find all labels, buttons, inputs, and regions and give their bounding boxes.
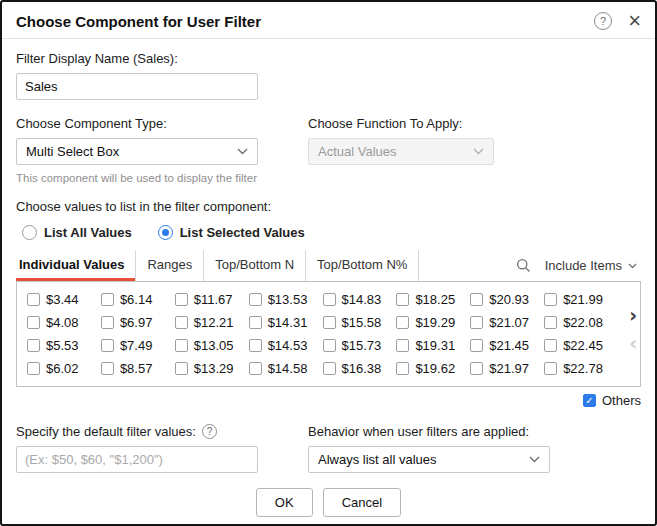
value-item[interactable]: $22.08	[544, 311, 618, 334]
value-checkbox[interactable]	[470, 316, 483, 329]
value-checkbox[interactable]	[101, 316, 114, 329]
value-item[interactable]: $14.58	[249, 357, 323, 380]
value-checkbox[interactable]	[470, 293, 483, 306]
value-checkbox[interactable]	[323, 293, 336, 306]
value-checkbox[interactable]	[544, 339, 557, 352]
value-item[interactable]: $16.38	[323, 357, 397, 380]
value-item[interactable]: $11.67	[175, 288, 249, 311]
value-item[interactable]: $21.97	[470, 357, 544, 380]
tab-top-bottom-n[interactable]: Top/Bottom N	[204, 250, 306, 281]
choose-component-dialog: Choose Component for User Filter ? × Fil…	[0, 0, 657, 526]
value-item[interactable]: $6.14	[101, 288, 175, 311]
value-checkbox[interactable]	[323, 362, 336, 375]
value-checkbox[interactable]	[470, 362, 483, 375]
include-items-dropdown[interactable]: Include Items	[545, 258, 637, 273]
radio-selected-icon[interactable]	[158, 225, 173, 240]
type-function-row: Choose Component Type: Multi Select Box …	[16, 116, 641, 184]
component-type-select[interactable]: Multi Select Box	[16, 138, 258, 165]
tab-individual-values[interactable]: Individual Values	[16, 250, 136, 281]
value-item[interactable]: $4.08	[27, 311, 101, 334]
value-item[interactable]: $15.73	[323, 334, 397, 357]
tab-top-bottom-n-[interactable]: Top/Bottom N%	[306, 250, 419, 281]
value-checkbox[interactable]	[544, 316, 557, 329]
help-icon[interactable]: ?	[202, 424, 217, 439]
value-checkbox[interactable]	[323, 316, 336, 329]
value-checkbox[interactable]	[27, 293, 40, 306]
cancel-button[interactable]: Cancel	[323, 488, 401, 517]
value-item[interactable]: $22.45	[544, 334, 618, 357]
value-item[interactable]: $19.31	[396, 334, 470, 357]
value-label: $6.02	[46, 361, 79, 376]
value-label: $12.21	[194, 315, 234, 330]
display-name-input[interactable]	[16, 73, 258, 100]
component-type-field: Choose Component Type: Multi Select Box …	[16, 116, 308, 184]
value-item[interactable]: $20.93	[470, 288, 544, 311]
value-checkbox[interactable]	[101, 339, 114, 352]
value-item[interactable]: $6.02	[27, 357, 101, 380]
value-checkbox[interactable]	[396, 339, 409, 352]
value-item[interactable]: $6.97	[101, 311, 175, 334]
value-checkbox[interactable]	[27, 362, 40, 375]
value-item[interactable]: $3.44	[27, 288, 101, 311]
value-checkbox[interactable]	[27, 316, 40, 329]
value-item[interactable]: $5.53	[27, 334, 101, 357]
value-checkbox[interactable]	[27, 339, 40, 352]
value-checkbox[interactable]	[101, 362, 114, 375]
radio-group: List All ValuesList Selected Values	[22, 225, 641, 240]
value-item[interactable]: $18.25	[396, 288, 470, 311]
tab-ranges[interactable]: Ranges	[136, 250, 204, 281]
values-grid-row: $4.08$6.97$12.21$14.31$15.58$19.29$21.07…	[27, 311, 618, 334]
help-icon[interactable]: ?	[594, 12, 612, 30]
ok-button[interactable]: OK	[256, 488, 313, 517]
default-values-input[interactable]	[16, 446, 258, 473]
value-checkbox[interactable]	[101, 293, 114, 306]
value-checkbox[interactable]	[249, 339, 262, 352]
value-checkbox[interactable]	[396, 362, 409, 375]
radio-list-selected-values[interactable]: List Selected Values	[158, 225, 305, 240]
value-item[interactable]: $14.53	[249, 334, 323, 357]
others-checkbox[interactable]: ✓	[583, 394, 596, 407]
value-checkbox[interactable]	[249, 362, 262, 375]
value-item[interactable]: $13.05	[175, 334, 249, 357]
chevron-down-icon	[473, 148, 484, 155]
value-item[interactable]: $19.29	[396, 311, 470, 334]
scroll-next-icon[interactable]: ›	[629, 306, 637, 325]
value-item[interactable]: $12.21	[175, 311, 249, 334]
value-item[interactable]: $13.53	[249, 288, 323, 311]
check-icon: ✓	[585, 396, 593, 406]
scroll-prev-icon: ‹	[629, 334, 637, 353]
value-checkbox[interactable]	[470, 339, 483, 352]
value-checkbox[interactable]	[175, 293, 188, 306]
value-item[interactable]: $21.07	[470, 311, 544, 334]
value-checkbox[interactable]	[175, 362, 188, 375]
value-item[interactable]: $19.62	[396, 357, 470, 380]
value-item[interactable]: $14.83	[323, 288, 397, 311]
value-checkbox[interactable]	[175, 316, 188, 329]
value-item[interactable]: $15.58	[323, 311, 397, 334]
chevron-down-icon	[628, 263, 637, 269]
value-item[interactable]: $21.99	[544, 288, 618, 311]
value-item[interactable]: $14.31	[249, 311, 323, 334]
value-label: $19.62	[415, 361, 455, 376]
radio-list-all-values[interactable]: List All Values	[22, 225, 132, 240]
behavior-select[interactable]: Always list all values	[308, 446, 550, 473]
value-item[interactable]: $13.29	[175, 357, 249, 380]
display-name-label: Filter Display Name (Sales):	[16, 51, 641, 66]
value-checkbox[interactable]	[396, 293, 409, 306]
value-checkbox[interactable]	[323, 339, 336, 352]
close-icon[interactable]: ×	[628, 13, 641, 29]
search-icon[interactable]	[516, 258, 531, 273]
value-label: $22.45	[563, 338, 603, 353]
value-checkbox[interactable]	[249, 293, 262, 306]
value-checkbox[interactable]	[396, 316, 409, 329]
value-checkbox[interactable]	[544, 293, 557, 306]
value-label: $5.53	[46, 338, 79, 353]
value-item[interactable]: $7.49	[101, 334, 175, 357]
value-item[interactable]: $22.78	[544, 357, 618, 380]
value-checkbox[interactable]	[249, 316, 262, 329]
value-checkbox[interactable]	[175, 339, 188, 352]
value-checkbox[interactable]	[544, 362, 557, 375]
radio-unselected-icon[interactable]	[22, 225, 37, 240]
value-item[interactable]: $8.57	[101, 357, 175, 380]
value-item[interactable]: $21.45	[470, 334, 544, 357]
